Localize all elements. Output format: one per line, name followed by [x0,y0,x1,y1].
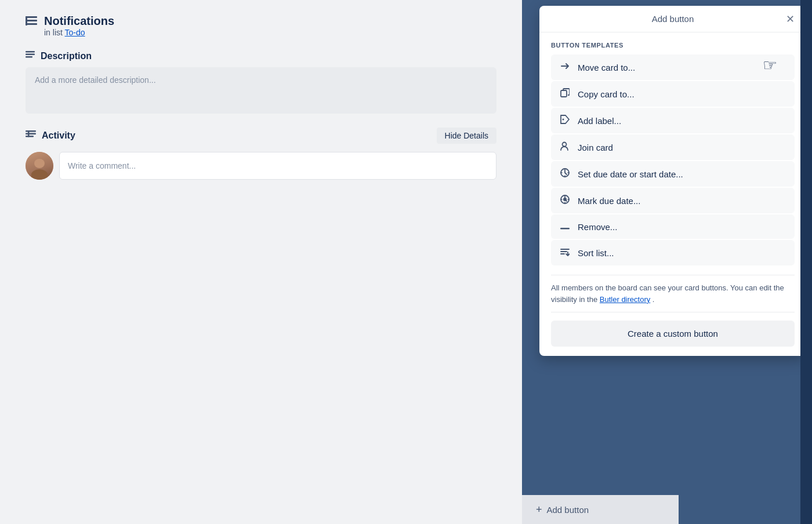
card-header-text: Notifications in list To-do [44,14,114,37]
template-list: Move card to... ☞ Copy card to... [551,54,795,265]
plus-icon: + [536,504,542,516]
template-sort-list[interactable]: Sort list... [551,240,795,265]
avatar-image [26,152,53,180]
template-copy-card[interactable]: Copy card to... [551,81,795,107]
template-set-due-date[interactable]: Set due date or start date... [551,161,795,187]
cursor-hand-icon: ☞ [763,56,777,75]
svg-point-13 [563,143,567,147]
svg-rect-17 [560,228,570,230]
add-button-label: Add button [547,505,589,515]
svg-rect-6 [26,56,32,58]
comment-row: Write a comment... [26,152,496,180]
activity-section: Activity Hide Details Write a comment... [26,128,496,180]
activity-header-left: Activity [26,130,75,141]
card-container: Notifications in list To-do Description … [12,0,510,208]
template-add-label[interactable]: Add label... [551,108,795,133]
comment-input[interactable]: Write a comment... [59,152,496,180]
button-templates-label: BUTTON TEMPLATES [551,42,795,49]
avatar [26,152,53,180]
subtitle-prefix: in list [44,28,63,37]
popup-notice: All members on the board can see your ca… [551,275,795,312]
mark-due-date-icon [559,195,571,206]
svg-point-16 [563,198,567,201]
activity-icon [26,130,36,141]
svg-rect-11 [561,90,567,97]
list-link[interactable]: To-do [65,28,85,37]
template-mark-due-date[interactable]: Mark due date... [551,188,795,213]
description-placeholder: Add a more detailed description... [35,75,156,85]
move-card-icon [559,61,571,73]
popup-body: BUTTON TEMPLATES Move card to... ☞ [539,32,806,356]
description-icon [26,51,35,61]
remove-icon [559,221,571,232]
popup-panel: Add button ✕ BUTTON TEMPLATES Move card … [539,6,806,356]
remove-label: Remove... [578,222,617,232]
sort-list-icon [559,247,571,259]
activity-title: Activity [42,130,75,141]
card-title: Notifications [44,14,114,28]
notice-text: All members on the board can see your ca… [551,283,784,304]
comment-placeholder: Write a comment... [68,161,136,170]
set-due-date-icon [559,168,571,180]
add-label-icon [559,115,571,126]
mark-due-date-label: Mark due date... [578,196,640,206]
sort-list-label: Sort list... [578,248,614,258]
notice-end: . [652,295,655,304]
card-header-icon [26,16,37,28]
description-input[interactable]: Add a more detailed description... [26,67,496,114]
popup-title: Add button [652,14,694,24]
bottom-bar[interactable]: + Add button [522,495,679,524]
template-remove[interactable]: Remove... [551,214,795,239]
svg-rect-4 [26,51,35,53]
dark-sidebar [800,0,812,524]
svg-rect-3 [26,16,27,26]
copy-card-label: Copy card to... [578,89,635,99]
add-label-label: Add label... [578,116,621,126]
description-header: Description [26,51,496,61]
svg-rect-7 [26,130,36,132]
popup-header: Add button ✕ [539,6,806,32]
popup-close-button[interactable]: ✕ [782,11,798,27]
svg-rect-9 [26,136,34,137]
activity-header: Activity Hide Details [26,128,496,144]
set-due-date-label: Set due date or start date... [578,169,683,179]
description-section: Description Add a more detailed descript… [26,51,496,114]
butler-directory-link[interactable]: Butler directory [600,295,650,304]
card-subtitle: in list To-do [44,28,114,37]
template-join-card[interactable]: Join card [551,134,795,160]
move-card-label: Move card to... [578,63,635,72]
create-custom-button[interactable]: Create a custom button [551,321,795,347]
svg-point-12 [563,119,564,121]
join-card-label: Join card [578,143,613,152]
svg-rect-8 [26,133,36,135]
svg-rect-5 [26,54,35,56]
join-card-icon [559,141,571,153]
copy-card-icon [559,88,571,100]
svg-rect-10 [28,130,30,137]
template-move-card[interactable]: Move card to... ☞ [551,54,795,80]
hide-details-button[interactable]: Hide Details [437,128,496,144]
description-title: Description [41,51,92,61]
card-header: Notifications in list To-do [26,14,496,37]
